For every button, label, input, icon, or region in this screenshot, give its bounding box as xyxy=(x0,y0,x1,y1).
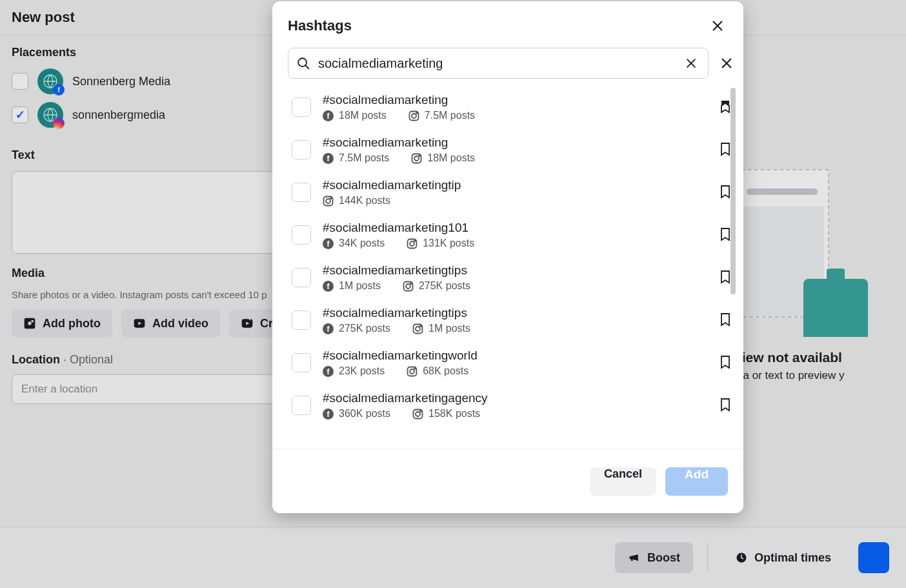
hashtag-result-row: #socialmediamarketing101f34K posts131K p… xyxy=(288,216,738,258)
hashtag-checkbox[interactable] xyxy=(292,225,311,245)
add-button[interactable]: Add xyxy=(665,467,728,496)
close-icon xyxy=(720,56,734,70)
instagram-icon xyxy=(412,323,423,334)
svg-rect-4 xyxy=(32,320,34,322)
add-video-button[interactable]: Add video xyxy=(121,309,220,338)
clear-outer-button[interactable] xyxy=(715,52,738,75)
facebook-badge-icon: f xyxy=(53,84,65,96)
svg-point-35 xyxy=(416,327,420,331)
instagram-icon xyxy=(411,153,422,164)
hashtag-text: #socialmediamarketingtips xyxy=(323,263,706,278)
svg-point-41 xyxy=(414,368,416,369)
boost-label: Boost xyxy=(647,551,680,565)
add-photo-label: Add photo xyxy=(43,317,101,330)
hashtag-result-row: #socialmediamarketingworldf23K posts68K … xyxy=(288,343,738,386)
hashtag-result-row: #socialmediamarketingtip144K posts xyxy=(288,173,738,216)
svg-point-13 xyxy=(416,112,418,114)
svg-point-20 xyxy=(326,199,330,203)
optimal-times-button[interactable]: Optimal times xyxy=(722,542,844,573)
bookmark-icon xyxy=(718,397,733,412)
ig-post-count: 158K posts xyxy=(412,408,480,420)
facebook-icon: f xyxy=(323,323,334,334)
optimal-times-label: Optimal times xyxy=(754,551,831,565)
bookmark-button[interactable] xyxy=(718,312,734,329)
hashtag-result-row: #socialmediamarketingagencyf360K posts15… xyxy=(288,386,738,423)
facebook-icon: f xyxy=(323,409,334,420)
fb-post-count: f23K posts xyxy=(323,365,385,377)
hashtag-checkbox[interactable] xyxy=(292,140,311,159)
hashtag-checkbox[interactable] xyxy=(292,310,311,330)
placement-name: Sonnenberg Media xyxy=(72,75,170,88)
svg-point-46 xyxy=(420,411,421,412)
ig-post-count: 275K posts xyxy=(403,280,470,292)
fb-post-count: f275K posts xyxy=(323,323,390,334)
placement-avatar xyxy=(37,102,63,128)
placement-name: sonnenbergmedia xyxy=(72,108,165,122)
instagram-icon xyxy=(407,238,418,249)
add-photo-button[interactable]: Add photo xyxy=(12,309,112,338)
hashtag-result-row: #socialmediamarketingtipsf275K posts1M p… xyxy=(288,301,738,343)
svg-point-36 xyxy=(420,325,421,327)
svg-point-31 xyxy=(410,283,412,284)
hashtag-checkbox[interactable] xyxy=(292,268,311,287)
ig-post-count: 1M posts xyxy=(412,323,470,334)
hashtag-checkbox[interactable] xyxy=(292,183,311,202)
instagram-icon xyxy=(403,281,414,292)
hashtag-text: #socialmediamarketing xyxy=(323,136,706,150)
placement-avatar: f xyxy=(37,68,63,94)
modal-title: Hashtags xyxy=(288,17,352,34)
fb-post-count: f7.5M posts xyxy=(323,152,389,164)
instagram-icon xyxy=(407,366,418,377)
reel-icon xyxy=(241,317,254,330)
facebook-icon: f xyxy=(323,153,334,164)
hashtag-checkbox[interactable] xyxy=(292,396,311,415)
bookmark-button[interactable] xyxy=(718,354,734,371)
svg-point-12 xyxy=(412,114,416,118)
hashtags-modal: Hashtags #socialmediamarketingf18M posts… xyxy=(272,1,743,513)
location-placeholder: Enter a location xyxy=(21,383,97,396)
placement-checkbox[interactable] xyxy=(12,73,28,90)
cancel-button[interactable]: Cancel xyxy=(590,467,656,496)
hashtag-text: #socialmediamarketing xyxy=(323,93,706,107)
location-optional: · Optional xyxy=(60,353,113,366)
facebook-icon: f xyxy=(323,281,334,292)
svg-point-26 xyxy=(414,240,416,241)
add-video-label: Add video xyxy=(152,317,208,330)
svg-point-30 xyxy=(406,284,410,289)
hashtag-result-row: #socialmediamarketingf7.5M posts18M post… xyxy=(288,130,738,173)
ig-post-count: 18M posts xyxy=(411,152,475,164)
bookmark-icon xyxy=(718,312,733,327)
svg-point-18 xyxy=(419,155,420,156)
ig-post-count: 7.5M posts xyxy=(408,110,475,121)
hashtag-search-input[interactable] xyxy=(318,56,674,71)
hashtag-result-row: #socialmediamarketingtipsf1M posts275K p… xyxy=(288,258,738,301)
results-scrollbar[interactable] xyxy=(730,88,736,294)
close-icon xyxy=(710,19,725,33)
bookmark-button[interactable] xyxy=(718,397,734,414)
boost-button[interactable]: Boost xyxy=(615,542,693,573)
svg-point-45 xyxy=(416,412,420,416)
close-icon xyxy=(685,57,698,70)
hashtag-checkbox[interactable] xyxy=(292,97,311,117)
hashtag-text: #socialmediamarketingagency xyxy=(323,391,706,405)
instagram-icon xyxy=(408,110,419,121)
hashtag-text: #socialmediamarketingtip xyxy=(323,178,706,192)
fb-post-count: f34K posts xyxy=(323,238,385,249)
facebook-icon: f xyxy=(323,366,334,377)
placement-checkbox[interactable] xyxy=(12,106,28,123)
fb-post-count: f18M posts xyxy=(323,110,387,121)
clock-icon xyxy=(735,551,748,564)
close-modal-button[interactable] xyxy=(706,14,729,37)
hashtag-checkbox[interactable] xyxy=(292,353,311,372)
hashtag-text: #socialmediamarketing101 xyxy=(323,221,706,235)
ig-post-count: 144K posts xyxy=(323,195,390,207)
ig-post-count: 131K posts xyxy=(407,238,474,249)
instagram-badge-icon xyxy=(53,117,65,129)
hashtag-search-box[interactable] xyxy=(288,48,709,79)
clear-search-button[interactable] xyxy=(682,54,700,72)
megaphone-icon xyxy=(628,551,641,564)
hashtag-result-row: #socialmediamarketingf18M posts7.5M post… xyxy=(288,88,738,130)
facebook-icon: f xyxy=(323,110,334,121)
hashtag-text: #socialmediamarketingtips xyxy=(323,306,706,320)
primary-action-button[interactable] xyxy=(858,542,889,573)
